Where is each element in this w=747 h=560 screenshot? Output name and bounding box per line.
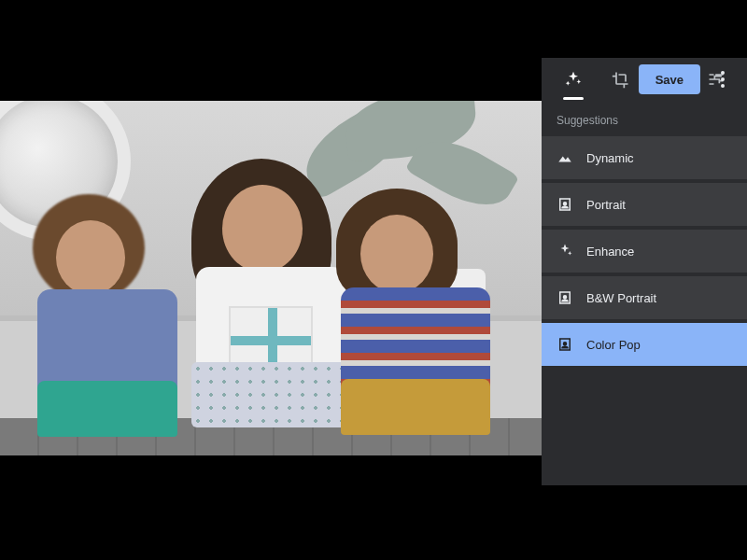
save-button[interactable]: Save: [639, 64, 700, 94]
editor-top-bar: Save: [0, 58, 747, 101]
suggestion-dynamic[interactable]: Dynamic: [542, 136, 747, 179]
suggestion-enhance[interactable]: Enhance: [542, 230, 747, 273]
letterbox-top: [0, 0, 747, 58]
suggestion-label: Color Pop: [586, 338, 641, 352]
suggestion-portrait[interactable]: Portrait: [542, 183, 747, 226]
landscape-icon: [557, 149, 573, 166]
edit-side-panel: Suggestions Dynamic Portrait Enhance B&W…: [542, 58, 747, 485]
suggestion-label: B&W Portrait: [586, 291, 656, 305]
photo-content: [0, 101, 542, 455]
svg-point-1: [721, 77, 725, 81]
portrait-icon: [557, 289, 573, 306]
photo-canvas[interactable]: [0, 101, 542, 455]
svg-point-0: [721, 71, 725, 75]
suggestion-label: Dynamic: [586, 151, 634, 165]
sparkle-icon: [557, 243, 573, 259]
suggestion-label: Enhance: [586, 245, 634, 259]
suggestions-section-label: Suggestions: [542, 101, 747, 136]
suggestion-bw-portrait[interactable]: B&W Portrait: [542, 276, 747, 319]
portrait-icon: [557, 196, 573, 213]
suggestion-label: Portrait: [586, 198, 626, 212]
more-vert-icon: [721, 71, 725, 88]
overflow-menu-button[interactable]: [710, 64, 736, 94]
suggestion-color-pop[interactable]: Color Pop: [542, 323, 747, 366]
svg-point-2: [721, 84, 725, 88]
portrait-icon: [557, 336, 573, 353]
